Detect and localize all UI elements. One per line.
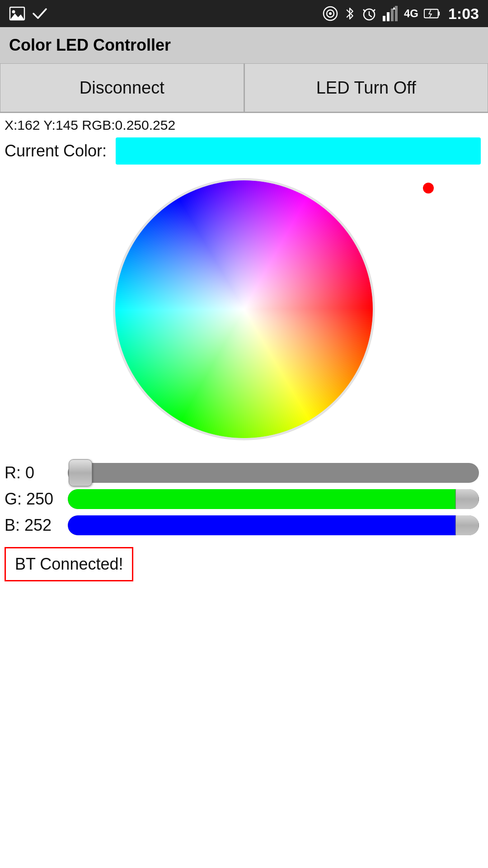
r-slider-row: R: 0 [5,463,479,483]
image-icon [9,5,25,22]
status-icons-right: 4G 1:03 [323,5,479,23]
svg-rect-17 [438,12,440,16]
g-slider-track[interactable] [68,489,479,509]
status-icons-left [9,5,48,22]
signal-icon [382,6,399,21]
b-slider-track[interactable] [68,515,479,535]
app-title: Color LED Controller [9,36,171,55]
svg-rect-14 [395,6,398,21]
svg-marker-2 [10,14,24,20]
r-slider-thumb[interactable] [69,459,92,486]
svg-rect-13 [391,9,394,21]
current-color-row: Current Color: [0,135,488,169]
hotspot-icon [323,6,338,21]
status-bar: 4G 1:03 [0,0,488,27]
led-turn-off-button[interactable]: LED Turn Off [244,63,488,112]
b-slider-label: B: 252 [5,516,59,535]
b-slider-row: B: 252 [5,515,479,535]
current-color-label: Current Color: [5,142,107,160]
r-slider-track[interactable] [68,463,479,483]
g-slider-thumb[interactable] [455,489,479,509]
bluetooth-icon [343,6,356,21]
coord-info: X:162 Y:145 RGB:0.250.252 [0,113,488,135]
svg-point-1 [12,10,15,14]
g-slider-label: G: 250 [5,490,59,509]
color-wheel-indicator[interactable] [423,183,434,193]
g-slider-row: G: 250 [5,489,479,509]
svg-line-10 [373,9,375,12]
title-bar: Color LED Controller [0,27,488,63]
svg-line-8 [369,15,371,17]
battery-icon [424,6,440,21]
alarm-icon [361,6,377,21]
bt-status-box: BT Connected! [5,547,133,581]
coord-text: X:162 Y:145 RGB:0.250.252 [5,118,175,132]
check-icon [32,5,48,22]
color-wheel-container[interactable] [0,169,488,458]
r-slider-label: R: 0 [5,463,59,482]
svg-rect-11 [383,16,385,21]
svg-line-9 [363,9,366,12]
svg-rect-12 [387,12,389,21]
4g-badge: 4G [404,7,418,20]
current-color-swatch [116,137,481,165]
status-time: 1:03 [448,5,479,23]
disconnect-button[interactable]: Disconnect [0,63,244,112]
b-slider-thumb[interactable] [455,515,479,535]
color-wheel[interactable] [113,178,375,440]
svg-point-5 [329,12,332,15]
action-buttons-row: Disconnect LED Turn Off [0,63,488,113]
bt-status-text: BT Connected! [15,555,123,573]
sliders-section: R: 0 G: 250 B: 252 [0,458,488,540]
